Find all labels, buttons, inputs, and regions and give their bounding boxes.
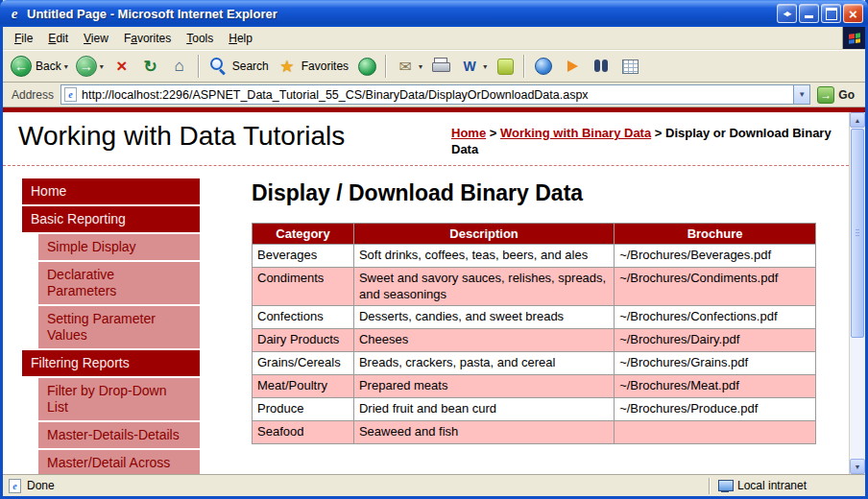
table-cell: ~/Brochures/Beverages.pdf — [615, 244, 816, 267]
menu-help[interactable]: Help — [221, 29, 260, 48]
scrollbar-thumb[interactable] — [851, 129, 864, 338]
close-button[interactable] — [843, 4, 863, 23]
breadcrumb-link[interactable]: Working with Binary Data — [500, 126, 651, 140]
toolbar-separator — [198, 55, 200, 78]
page-body: HomeBasic ReportingSimple DisplayDeclara… — [3, 166, 849, 474]
back-icon — [11, 56, 32, 77]
forward-icon — [76, 56, 97, 77]
globe-icon — [533, 56, 554, 77]
vertical-scrollbar[interactable]: ▲ ▼ — [849, 112, 865, 474]
column-header: Category — [253, 223, 354, 244]
menu-edit[interactable]: Edit — [40, 29, 76, 48]
print-icon — [430, 56, 451, 77]
stop-button[interactable] — [108, 54, 136, 79]
sidebar-item[interactable]: Declarative Parameters — [38, 262, 200, 304]
table-cell: Desserts, candies, and sweet breads — [353, 306, 614, 329]
send-icon — [562, 56, 583, 77]
ie-logo-icon: e — [7, 6, 22, 21]
table-cell: Meat/Poultry — [253, 375, 354, 398]
forward-button[interactable]: ▾ — [72, 54, 108, 79]
column-header: Description — [353, 223, 614, 244]
minimize-button[interactable] — [799, 4, 819, 23]
go-arrow-icon — [817, 86, 834, 104]
dropdown-arrow-icon: ▾ — [483, 62, 487, 71]
stop-icon — [111, 56, 133, 77]
windows-flag-icon — [849, 33, 860, 43]
table-cell: ~/Brochures/Confections.pdf — [615, 306, 816, 329]
table-row: BeveragesSoft drinks, coffees, teas, bee… — [253, 244, 816, 267]
table-cell: Beverages — [253, 244, 354, 267]
table-cell: Cheeses — [353, 329, 614, 352]
edit-word-button[interactable]: ▾ — [455, 54, 491, 79]
go-button[interactable]: Go — [817, 86, 855, 104]
mail-button[interactable]: ▾ — [391, 54, 426, 79]
table-row: Meat/PoultryPrepared meats~/Brochures/Me… — [253, 375, 816, 398]
refresh-button[interactable] — [136, 54, 165, 79]
table-cell: Condiments — [253, 267, 354, 306]
table-cell: ~/Brochures/Condiments.pdf — [615, 267, 816, 306]
address-dropdown-button[interactable]: ▼ — [793, 85, 809, 104]
home-button[interactable] — [165, 54, 194, 79]
menu-favorites[interactable]: Favorites — [116, 29, 179, 48]
sidebar-item[interactable]: Basic Reporting — [22, 206, 200, 232]
window-title: Untitled Page - Microsoft Internet Explo… — [27, 7, 772, 21]
sidebar-item[interactable]: Master-Details-Details — [38, 422, 200, 448]
messenger-button[interactable] — [491, 54, 519, 79]
menu-bar-items: FileEditViewFavoritesToolsHelp — [7, 29, 260, 48]
menu-tools[interactable]: Tools — [179, 29, 221, 48]
title-bar[interactable]: e Untitled Page - Microsoft Internet Exp… — [0, 0, 868, 27]
table-row: ProduceDried fruit and bean curd~/Brochu… — [253, 398, 816, 421]
favorites-button[interactable]: Favorites — [273, 54, 352, 79]
menu-view[interactable]: View — [76, 29, 116, 48]
scroll-down-button[interactable]: ▼ — [850, 459, 865, 474]
dropdown-arrow-icon: ▾ — [64, 62, 68, 71]
sidebar-item[interactable]: Filter by Drop-Down List — [38, 378, 200, 420]
menu-file[interactable]: File — [7, 29, 40, 48]
toolbar-separator — [385, 55, 387, 78]
scroll-up-button[interactable]: ▲ — [850, 112, 865, 128]
toolbar-buttons: Back▾▾SearchFavorites▾▾ — [7, 54, 644, 79]
intranet-icon — [718, 479, 732, 492]
globe-button[interactable] — [529, 54, 558, 79]
print-button[interactable] — [426, 54, 455, 79]
sidebar-item[interactable]: Filtering Reports — [22, 350, 200, 376]
arrow-up-icon: ▲ — [855, 117, 861, 124]
status-left: e Done — [6, 479, 709, 493]
breadcrumb: Home > Working with Binary Data > Displa… — [451, 121, 833, 158]
favorites-button-label: Favorites — [301, 59, 349, 73]
breadcrumb-link[interactable]: Home — [451, 126, 486, 140]
back-button-label: Back — [36, 59, 61, 73]
page-viewport: Working with Data Tutorials Home > Worki… — [3, 112, 849, 474]
sidebar-item[interactable]: Setting Parameter Values — [38, 306, 200, 348]
scrollbar-track[interactable] — [850, 128, 865, 459]
breadcrumb-separator: > — [486, 126, 500, 140]
table-cell: ~/Brochures/Meat.pdf — [615, 375, 816, 398]
split-button[interactable] — [777, 4, 797, 23]
table-row: CondimentsSweet and savory sauces, relis… — [253, 267, 816, 306]
table-header-row: CategoryDescriptionBrochure — [253, 223, 816, 244]
table-cell: Seafood — [253, 420, 354, 443]
toolbar-separator — [523, 55, 525, 78]
sidebar-item[interactable]: Master/Detail Across Two Pages — [38, 450, 200, 474]
research-button[interactable] — [587, 54, 615, 79]
table-cell: Dairy Products — [253, 329, 354, 352]
edit-word-icon — [459, 56, 480, 77]
address-input[interactable] — [82, 86, 793, 103]
window-controls — [777, 4, 863, 23]
sidebar-item[interactable]: Home — [22, 178, 200, 204]
search-button[interactable]: Search — [204, 54, 273, 79]
page-title: Display / Download Binary Data — [252, 180, 839, 206]
table-cell: Confections — [253, 306, 354, 329]
maximize-button[interactable] — [821, 4, 841, 23]
favorites-icon — [277, 56, 298, 77]
back-button[interactable]: Back▾ — [7, 54, 72, 79]
media-button[interactable] — [352, 54, 381, 79]
search-button-label: Search — [232, 59, 269, 73]
send-button[interactable] — [558, 54, 587, 79]
grid-button[interactable] — [615, 54, 644, 79]
sidebar-item[interactable]: Simple Display — [38, 234, 200, 260]
table-cell: Prepared meats — [353, 375, 614, 398]
home-icon — [169, 56, 190, 77]
address-box: e ▼ — [60, 84, 810, 105]
page-header: Working with Data Tutorials Home > Worki… — [3, 112, 849, 166]
